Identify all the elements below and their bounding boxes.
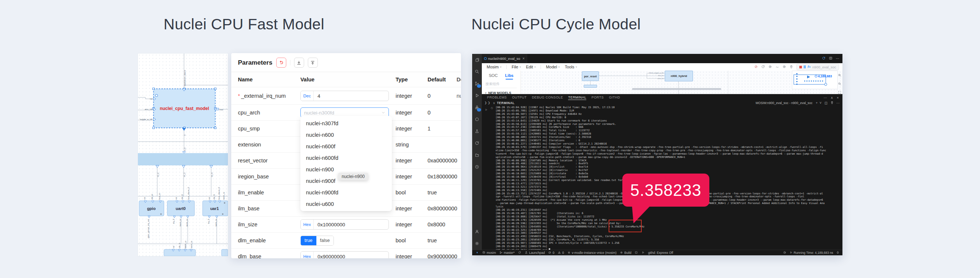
flask-activity-icon[interactable]: [472, 125, 482, 137]
chevron-right-icon[interactable]: ❯ ❯: [484, 101, 490, 105]
status-item-bell[interactable]: [836, 251, 840, 255]
maximize-panel-icon[interactable]: ∧: [830, 96, 833, 100]
menu-edit[interactable]: Edit∨: [526, 65, 536, 69]
n900-hybrid-block[interactable]: n900_hybrid: [665, 71, 693, 81]
tab-soc[interactable]: SOC: [489, 73, 498, 78]
radix-tag[interactable]: Hex: [301, 220, 314, 229]
editor-tab[interactable]: nuclei/n900_eval_soc ×: [482, 54, 527, 63]
menu-mosim[interactable]: Mosim∨: [487, 65, 501, 69]
param-default: 0: [422, 110, 454, 116]
status-item-v-modle-instance-vnice-mosim[interactable]: v-modle-instance-vnice (mosim): [567, 251, 616, 255]
dropdown-option[interactable]: nuclei-u600: [302, 198, 390, 210]
menu-tools[interactable]: Tools∨: [565, 65, 577, 69]
terminal-process-label[interactable]: MOSIM:n900_eval_soc - n900_eval_soc: [756, 101, 812, 105]
dropdown-option[interactable]: nuclei-n600f: [302, 140, 390, 152]
dropdown-option[interactable]: nuclei-n600fd: [302, 152, 390, 164]
debug-activity-icon[interactable]: [472, 90, 482, 102]
import-parameters-button[interactable]: [294, 57, 304, 68]
stop-icon[interactable]: [799, 66, 802, 68]
dropdown-option[interactable]: nuclei-n600: [302, 129, 390, 140]
status-item-master[interactable]: master*: [499, 251, 514, 255]
pause-icon[interactable]: [804, 65, 806, 68]
panel-tab-problems[interactable]: PROBLEMS: [487, 95, 507, 100]
canvas-zoom-tools[interactable]: [838, 72, 842, 94]
fit-icon[interactable]: [838, 89, 842, 94]
ext-activity-icon[interactable]: [472, 102, 482, 113]
gear-activity-icon[interactable]: [472, 237, 482, 249]
reset-parameters-button[interactable]: [276, 57, 286, 68]
split-editor-icon[interactable]: [829, 56, 833, 61]
export-parameters-button[interactable]: [308, 57, 318, 68]
status-item-launchpad[interactable]: Launchpad: [525, 251, 545, 255]
target-toolbar-icon[interactable]: [782, 64, 786, 70]
close-tab-icon[interactable]: ×: [522, 57, 525, 60]
panel-tab-terminal[interactable]: TERMINAL: [568, 95, 586, 100]
files-activity-icon[interactable]: [472, 54, 482, 66]
por-reset-block[interactable]: por_reset: [582, 71, 599, 81]
menu-model[interactable]: Model∨: [546, 65, 560, 69]
trash-toolbar-icon[interactable]: [789, 64, 793, 70]
soc-canvas[interactable]: por_reset mtime_toggle_a_clk aon_rst cor…: [520, 71, 842, 94]
status-item-mosim[interactable]: mosim: [482, 251, 496, 255]
dropdown-option[interactable]: nuclei-n900fd: [302, 187, 390, 198]
param-value-input[interactable]: Hex0x10000000: [301, 219, 389, 230]
panel-tab-output[interactable]: OUTPUT: [512, 95, 527, 100]
gpio-block[interactable]: gpio: [139, 201, 164, 216]
panel-tab-githd[interactable]: GITHD: [609, 95, 620, 100]
dropdown-option[interactable]: nuclei-n307fd: [302, 118, 390, 129]
link-toolbar-icon[interactable]: [775, 64, 779, 70]
param-value-input[interactable]: Hex0x90000000: [301, 251, 389, 258]
new-terminal-icon[interactable]: ＋ ∨: [815, 101, 822, 105]
status-item-running-time-4-189-683-ns[interactable]: Running Time: 4,189,683 ns: [789, 251, 833, 255]
circle-activity-icon[interactable]: [472, 113, 482, 125]
git-activity-icon[interactable]: [472, 78, 482, 90]
simulation-run-box[interactable]: f≈n900_eval_soc: [796, 64, 839, 70]
component-search-input[interactable]: 搜索组件: [485, 82, 517, 88]
account-activity-icon[interactable]: [472, 226, 482, 237]
toggle-false[interactable]: false: [317, 236, 334, 245]
more-actions-icon[interactable]: ⋯: [836, 57, 840, 60]
zoomin-icon[interactable]: [838, 72, 842, 79]
zoomout-icon[interactable]: [838, 81, 842, 87]
tab-libs[interactable]: Libs: [505, 73, 514, 78]
more-actions-icon[interactable]: ⋯: [837, 101, 840, 105]
menu-file[interactable]: File∨: [512, 65, 521, 69]
canvas-scrollbar[interactable]: [632, 88, 721, 90]
bool-toggle[interactable]: truefalse: [301, 236, 334, 246]
close-panel-icon[interactable]: ×: [837, 96, 839, 100]
bus-bar[interactable]: [138, 153, 228, 165]
param-value-input[interactable]: Dec4: [301, 91, 389, 101]
status-item-0[interactable]: 0: [548, 251, 554, 255]
param-name: reset_vector: [231, 157, 301, 164]
status-item-build[interactable]: Build: [620, 251, 631, 255]
radix-tag[interactable]: Hex: [301, 252, 314, 258]
status-item-sync[interactable]: [518, 251, 521, 255]
status-item-githd-express-off[interactable]: githd: Express Off: [648, 251, 673, 254]
status-item-zap[interactable]: [476, 251, 479, 255]
cpu-fast-model-block[interactable]: nuclei_cpu_fast_model: [153, 88, 219, 131]
panel-tab-debug-console[interactable]: DEBUG CONSOLE: [532, 95, 563, 100]
sync-activity-icon[interactable]: [472, 137, 482, 149]
target-toolbar-icon[interactable]: [768, 64, 772, 70]
chevron-down-icon[interactable]: ∨: [493, 101, 496, 105]
partial-block[interactable]: [584, 85, 597, 88]
toggle-true[interactable]: true: [301, 236, 317, 245]
split-terminal-icon[interactable]: ◫: [824, 101, 827, 105]
status-item-0[interactable]: 0: [558, 251, 564, 255]
more-actions-icon[interactable]: ⋯: [824, 96, 827, 100]
sync-toolbar-icon[interactable]: [761, 64, 765, 70]
overview-minimap[interactable]: 4,189,683: [792, 71, 838, 89]
folder-activity-icon[interactable]: [472, 149, 482, 161]
new-models-section[interactable]: ∨ NEW MODELS: [485, 91, 520, 94]
clock-activity-icon[interactable]: [472, 161, 482, 173]
status-item-box[interactable]: [635, 251, 638, 255]
status-item-clock[interactable]: [783, 251, 786, 255]
sync-colored-icon[interactable]: [822, 56, 826, 61]
uart0-block[interactable]: uart0: [167, 201, 194, 216]
kill-terminal-icon[interactable]: [830, 101, 834, 105]
panel-tab-ports[interactable]: PORTS: [592, 95, 604, 100]
dotred-toolbar-icon[interactable]: [754, 64, 758, 70]
search-activity-icon[interactable]: [472, 66, 482, 78]
radix-tag[interactable]: Dec: [301, 91, 314, 101]
status-item-play[interactable]: [641, 251, 645, 255]
